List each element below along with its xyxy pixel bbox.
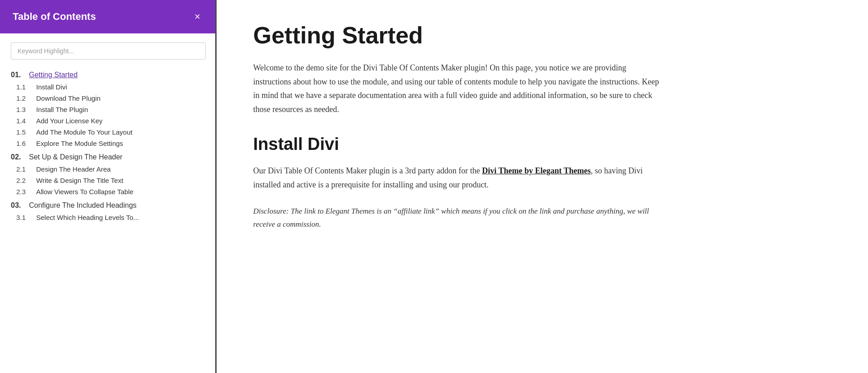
toc-sub-item-2-3[interactable]: 2.3 Allow Viewers To Collapse Table <box>16 186 206 197</box>
toc-sub-items-3: 3.1 Select Which Heading Levels To... <box>11 212 206 223</box>
toc-sub-num-1-5: 1.5 <box>16 128 36 136</box>
disclosure-paragraph: Disclosure: The link to Elegant Themes i… <box>253 205 660 231</box>
toc-main-item-2: 02. Set Up & Design The Header <box>11 151 206 163</box>
toc-sub-num-1-3: 1.3 <box>16 106 36 113</box>
toc-sub-label-1-5: Add The Module To Your Layout <box>36 128 132 136</box>
elegant-themes-link[interactable]: Divi Theme by Elegant Themes <box>482 166 590 175</box>
toc-sub-label-1-4: Add Your License Key <box>36 117 103 125</box>
toc-sub-num-1-1: 1.1 <box>16 83 36 91</box>
toc-sub-label-1-1: Install Divi <box>36 83 67 91</box>
toc-sub-num-1-6: 1.6 <box>16 140 36 147</box>
toc-sub-items-1: 1.1 Install Divi 1.2 Download The Plugin… <box>11 81 206 149</box>
toc-sub-label-2-2: Write & Design The Title Text <box>36 177 123 184</box>
search-area <box>0 33 217 64</box>
toc-sub-item-1-4[interactable]: 1.4 Add Your License Key <box>16 115 206 126</box>
section1-body-pre: Our Divi Table Of Contents Maker plugin … <box>253 166 482 175</box>
search-input[interactable] <box>11 42 206 60</box>
page-title: Getting Started <box>253 23 769 48</box>
toc-section-2: 02. Set Up & Design The Header 2.1 Desig… <box>11 151 206 197</box>
toc-sub-items-2: 2.1 Design The Header Area 2.2 Write & D… <box>11 163 206 197</box>
toc-sub-label-1-2: Download The Plugin <box>36 94 100 102</box>
toc-sub-item-3-1[interactable]: 3.1 Select Which Heading Levels To... <box>16 212 206 223</box>
main-content: Getting Started Welcome to the demo site… <box>217 0 805 373</box>
toc-navigation: 01. Getting Started 1.1 Install Divi 1.2… <box>0 64 217 373</box>
toc-section-1-link[interactable]: Getting Started <box>29 71 78 79</box>
toc-sub-num-3-1: 3.1 <box>16 214 36 221</box>
toc-sub-label-1-3: Install The Plugin <box>36 106 88 113</box>
sidebar-title: Table of Contents <box>13 11 96 23</box>
sidebar-border <box>215 0 217 373</box>
section1-title: Install Divi <box>253 135 769 154</box>
toc-section-3-num: 03. <box>11 201 29 210</box>
intro-paragraph: Welcome to the demo site for the Divi Ta… <box>253 61 660 116</box>
toc-sub-num-2-1: 2.1 <box>16 165 36 173</box>
toc-sub-item-2-1[interactable]: 2.1 Design The Header Area <box>16 163 206 175</box>
table-of-contents-sidebar: Table of Contents × 01. Getting Started … <box>0 0 217 373</box>
toc-sub-label-2-3: Allow Viewers To Collapse Table <box>36 188 133 196</box>
toc-sub-label-2-1: Design The Header Area <box>36 165 111 173</box>
toc-sub-item-1-6[interactable]: 1.6 Explore The Module Settings <box>16 138 206 149</box>
toc-sub-num-2-3: 2.3 <box>16 188 36 196</box>
toc-sub-num-2-2: 2.2 <box>16 177 36 184</box>
toc-section-3-label: Configure The Included Headings <box>29 201 137 210</box>
section1-body: Our Divi Table Of Contents Maker plugin … <box>253 164 660 191</box>
toc-sub-item-1-5[interactable]: 1.5 Add The Module To Your Layout <box>16 126 206 138</box>
toc-section-1: 01. Getting Started 1.1 Install Divi 1.2… <box>11 69 206 149</box>
toc-sub-num-1-4: 1.4 <box>16 117 36 125</box>
toc-main-item-1: 01. Getting Started <box>11 69 206 81</box>
toc-section-2-label: Set Up & Design The Header <box>29 153 123 161</box>
toc-main-item-3: 03. Configure The Included Headings <box>11 199 206 212</box>
toc-sub-label-1-6: Explore The Module Settings <box>36 140 123 147</box>
toc-sub-label-3-1: Select Which Heading Levels To... <box>36 214 139 221</box>
toc-section-3: 03. Configure The Included Headings 3.1 … <box>11 199 206 223</box>
toc-sub-item-1-2[interactable]: 1.2 Download The Plugin <box>16 93 206 104</box>
toc-sub-item-1-1[interactable]: 1.1 Install Divi <box>16 81 206 93</box>
toc-sub-item-2-2[interactable]: 2.2 Write & Design The Title Text <box>16 175 206 186</box>
sidebar-header: Table of Contents × <box>0 0 217 33</box>
toc-sub-num-1-2: 1.2 <box>16 94 36 102</box>
toc-section-2-num: 02. <box>11 153 29 161</box>
toc-section-1-num: 01. <box>11 71 29 79</box>
toc-sub-item-1-3[interactable]: 1.3 Install The Plugin <box>16 104 206 115</box>
close-button[interactable]: × <box>191 10 204 23</box>
